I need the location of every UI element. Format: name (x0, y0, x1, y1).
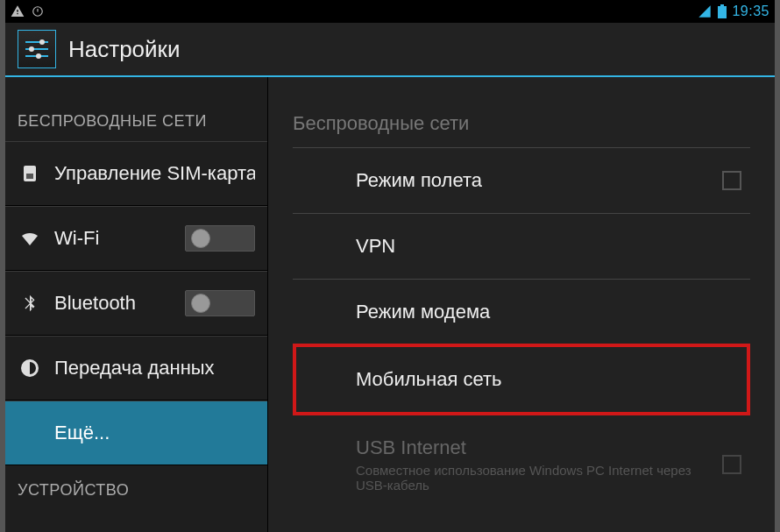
sidebar-item-data[interactable]: Передача данных (5, 336, 267, 401)
right-item-tethering[interactable]: Режим модема (293, 280, 750, 345)
bluetooth-toggle[interactable] (185, 290, 255, 316)
sidebar-item-label: Управление SIM-картами (54, 162, 255, 185)
blank-icon (18, 421, 42, 445)
settings-screen: 19:35 Настройки БЕСПРОВОДНЫЕ СЕТИ (0, 0, 780, 532)
right-item-label: Мобильная сеть (356, 368, 747, 391)
sidebar-item-label: Wi-Fi (54, 227, 173, 250)
wait-icon (32, 5, 44, 18)
svg-point-8 (36, 53, 41, 59)
svg-rect-1 (718, 6, 727, 18)
right-item-label: VPN (356, 235, 750, 258)
right-item-label: Режим модема (356, 301, 750, 323)
wifi-toggle[interactable] (185, 225, 255, 252)
svg-rect-2 (720, 4, 724, 6)
status-bar: 19:35 (5, 0, 775, 23)
sidebar-item-sim[interactable]: Управление SIM-картами (5, 141, 267, 206)
sidebar-item-more[interactable]: Ещё... (5, 401, 267, 465)
sidebar-item-label: Передача данных (54, 357, 255, 379)
left-section-device: УСТРОЙСТВО (5, 465, 267, 510)
main-split: БЕСПРОВОДНЫЕ СЕТИ Управление SIM-картами… (5, 77, 775, 532)
data-usage-icon (18, 356, 42, 380)
sidebar-item-label: Ещё... (54, 422, 255, 444)
title-bar: Настройки (5, 23, 775, 77)
svg-rect-10 (26, 174, 33, 179)
right-item-label: USB Internet (356, 436, 722, 459)
left-pane: БЕСПРОВОДНЫЕ СЕТИ Управление SIM-картами… (5, 77, 268, 532)
bluetooth-icon (18, 291, 42, 316)
settings-icon (18, 30, 56, 68)
right-item-airplane[interactable]: Режим полета (293, 148, 750, 214)
left-section-wireless: БЕСПРОВОДНЫЕ СЕТИ (5, 77, 267, 141)
page-title: Настройки (68, 36, 181, 63)
usb-checkbox (722, 455, 741, 474)
right-item-usb-internet: USB Internet Совместное использование Wi… (293, 415, 750, 514)
airplane-checkbox[interactable] (722, 171, 741, 190)
warning-icon (11, 4, 25, 18)
sidebar-item-bluetooth[interactable]: Bluetooth (5, 271, 267, 336)
sidebar-item-label: Bluetooth (54, 292, 173, 315)
wifi-icon (18, 226, 42, 251)
right-item-sublabel: Совместное использование Windows PC Inte… (356, 463, 722, 493)
battery-icon (718, 4, 727, 18)
right-section-header: Беспроводные сети (268, 77, 775, 147)
right-pane: Беспроводные сети Режим полета VPN Режим… (268, 77, 775, 532)
signal-icon (697, 4, 713, 18)
right-item-mobile-network[interactable]: Мобильная сеть (293, 344, 750, 415)
right-item-vpn[interactable]: VPN (293, 214, 750, 280)
svg-point-7 (29, 46, 34, 52)
sim-icon (18, 161, 42, 186)
clock: 19:35 (732, 4, 769, 19)
sidebar-item-wifi[interactable]: Wi-Fi (5, 206, 267, 271)
svg-point-6 (39, 39, 45, 45)
right-item-label: Режим полета (356, 169, 722, 192)
